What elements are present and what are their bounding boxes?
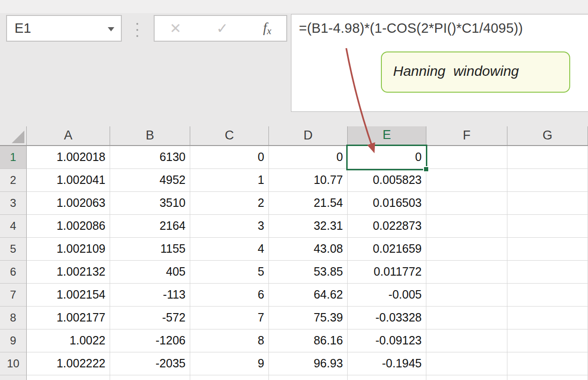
cell-D3[interactable]: 21.54 [269, 192, 348, 215]
row-header-1[interactable]: 1 [0, 146, 27, 169]
cell-A2[interactable]: 1.002041 [27, 169, 110, 192]
cell-E3[interactable]: 0.016503 [348, 192, 426, 215]
cell-B[interactable] [110, 375, 190, 380]
cell-D[interactable] [269, 375, 348, 380]
cell-D5[interactable]: 43.08 [269, 238, 348, 261]
cell-F4[interactable] [426, 215, 507, 238]
cell-A8[interactable]: 1.002177 [27, 307, 110, 329]
cell-B8[interactable]: -572 [110, 307, 190, 329]
cell-B2[interactable]: 4952 [110, 169, 190, 192]
cell-B6[interactable]: 405 [110, 261, 190, 284]
row-header-9[interactable]: 9 [0, 329, 27, 352]
cell-A6[interactable]: 1.002132 [27, 261, 110, 284]
cell-A5[interactable]: 1.002109 [27, 238, 110, 261]
cell-F1[interactable] [426, 146, 507, 169]
cell-E9[interactable]: -0.09123 [348, 329, 426, 352]
cell-D9[interactable]: 86.16 [269, 329, 348, 352]
cancel-icon[interactable]: ✕ [170, 20, 181, 37]
cell-C9[interactable]: 8 [190, 329, 269, 352]
cell-E6[interactable]: 0.011772 [348, 261, 426, 284]
cell-B7[interactable]: -113 [110, 284, 190, 307]
cell-C4[interactable]: 3 [190, 215, 269, 238]
cell-F5[interactable] [426, 238, 507, 261]
row-header-6[interactable]: 6 [0, 261, 27, 284]
cell-B3[interactable]: 3510 [110, 192, 190, 215]
cell-G8[interactable] [507, 307, 588, 329]
row-header-2[interactable]: 2 [0, 169, 27, 192]
cell-G1[interactable] [507, 146, 588, 169]
cell-A7[interactable]: 1.002154 [27, 284, 110, 307]
cell-D10[interactable]: 96.93 [269, 352, 348, 375]
row-header-8[interactable]: 8 [0, 307, 27, 329]
cell-F[interactable] [426, 375, 507, 380]
chevron-down-icon[interactable] [108, 27, 114, 31]
cell-F10[interactable] [426, 352, 507, 375]
column-header-D[interactable]: D [269, 126, 348, 146]
cell-E[interactable] [348, 375, 426, 380]
callout-shape[interactable]: Hanning windowing [381, 51, 570, 93]
column-header-E[interactable]: E [348, 126, 426, 146]
row-header-3[interactable]: 3 [0, 192, 27, 215]
select-all-corner[interactable] [0, 126, 27, 146]
cell-D2[interactable]: 10.77 [269, 169, 348, 192]
cell-G7[interactable] [507, 284, 588, 307]
cell-G10[interactable] [507, 352, 588, 375]
cell-F9[interactable] [426, 329, 507, 352]
cell-E10[interactable]: -0.1945 [348, 352, 426, 375]
cell-D6[interactable]: 53.85 [269, 261, 348, 284]
cell-E4[interactable]: 0.022873 [348, 215, 426, 238]
cell-C10[interactable]: 9 [190, 352, 269, 375]
row-header-10[interactable]: 10 [0, 352, 27, 375]
formula-text[interactable]: =(B1-4.98)*(1-COS(2*PI()*C1/4095)) [299, 21, 523, 36]
insert-function-icon[interactable]: fx [263, 20, 271, 37]
column-header-G[interactable]: G [507, 126, 588, 146]
cell-C1[interactable]: 0 [190, 146, 269, 169]
cell-D1[interactable]: 0 [269, 146, 348, 169]
cell-B10[interactable]: -2035 [110, 352, 190, 375]
cell-A[interactable] [27, 375, 110, 380]
cell-E2[interactable]: 0.005823 [348, 169, 426, 192]
cell-G5[interactable] [507, 238, 588, 261]
cell-G4[interactable] [507, 215, 588, 238]
cell-F7[interactable] [426, 284, 507, 307]
cell-F6[interactable] [426, 261, 507, 284]
cell-A3[interactable]: 1.002063 [27, 192, 110, 215]
cell-A10[interactable]: 1.002222 [27, 352, 110, 375]
row-header-partial[interactable] [0, 375, 27, 380]
cell-F3[interactable] [426, 192, 507, 215]
cell-C3[interactable]: 2 [190, 192, 269, 215]
cell-D7[interactable]: 64.62 [269, 284, 348, 307]
cell-G[interactable] [507, 375, 588, 380]
cell-E8[interactable]: -0.03328 [348, 307, 426, 329]
column-header-A[interactable]: A [27, 126, 110, 146]
column-header-C[interactable]: C [190, 126, 269, 146]
cell-G2[interactable] [507, 169, 588, 192]
row-header-7[interactable]: 7 [0, 284, 27, 307]
cell-C8[interactable]: 7 [190, 307, 269, 329]
cell-B9[interactable]: -1206 [110, 329, 190, 352]
cell-B4[interactable]: 2164 [110, 215, 190, 238]
cell-D4[interactable]: 32.31 [269, 215, 348, 238]
enter-icon[interactable]: ✓ [216, 20, 228, 37]
cell-F8[interactable] [426, 307, 507, 329]
cell-C6[interactable]: 5 [190, 261, 269, 284]
name-box[interactable]: E1 [6, 15, 122, 42]
cell-G6[interactable] [507, 261, 588, 284]
cell-C5[interactable]: 4 [190, 238, 269, 261]
cell-C2[interactable]: 1 [190, 169, 269, 192]
cell-D8[interactable]: 75.39 [269, 307, 348, 329]
cell-G9[interactable] [507, 329, 588, 352]
cell-G3[interactable] [507, 192, 588, 215]
row-header-4[interactable]: 4 [0, 215, 27, 238]
cell-B5[interactable]: 1155 [110, 238, 190, 261]
cell-A1[interactable]: 1.002018 [27, 146, 110, 169]
cell-A9[interactable]: 1.0022 [27, 329, 110, 352]
cell-A4[interactable]: 1.002086 [27, 215, 110, 238]
row-header-5[interactable]: 5 [0, 238, 27, 261]
cell-C7[interactable]: 6 [190, 284, 269, 307]
cell-C[interactable] [190, 375, 269, 380]
cell-F2[interactable] [426, 169, 507, 192]
cell-E7[interactable]: -0.005 [348, 284, 426, 307]
cell-B1[interactable]: 6130 [110, 146, 190, 169]
cell-E5[interactable]: 0.021659 [348, 238, 426, 261]
